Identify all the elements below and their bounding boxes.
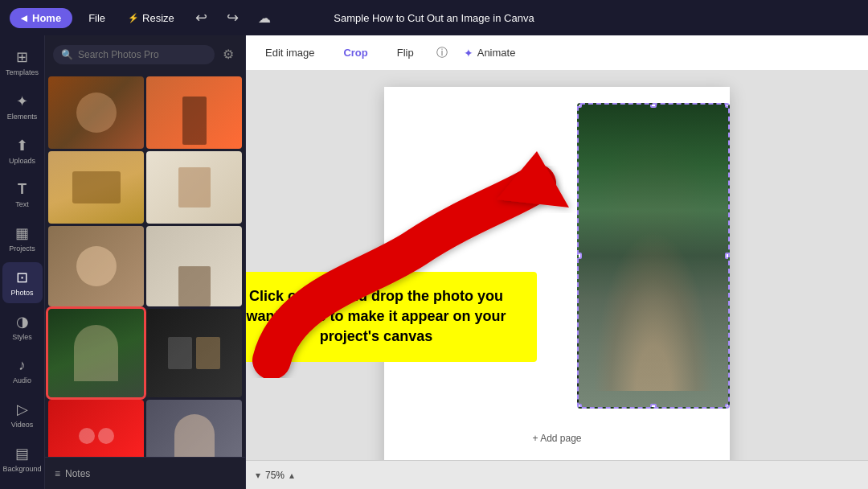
templates-icon: ⊞	[16, 48, 28, 66]
canvas-area: Edit image Crop Flip ⓘ ✦ Animate 🔒 ⋮ ⧉	[246, 35, 868, 489]
edit-image-button[interactable]: Edit image	[259, 43, 321, 62]
top-nav: ◀ Home File ⚡ Resize ↩ ↪ ☁ Sample How to…	[0, 0, 868, 35]
elements-icon: ✦	[16, 92, 28, 110]
photo-thumb-3[interactable]	[48, 151, 144, 224]
resize-handle-bl[interactable]	[577, 404, 582, 409]
photo-thumb-1[interactable]	[48, 76, 144, 149]
text-label: Text	[15, 200, 29, 208]
search-icon: 🔍	[61, 49, 73, 60]
info-button[interactable]: ⓘ	[436, 46, 448, 60]
search-input[interactable]	[78, 49, 207, 60]
resize-handle-tl[interactable]	[577, 103, 582, 108]
photo-thumb-9[interactable]	[146, 400, 242, 457]
filter-button[interactable]: ⚙	[219, 43, 237, 65]
canvas-content: ⧉ 🗑 •••	[246, 71, 868, 489]
text-icon: T	[18, 181, 27, 198]
videos-label: Videos	[11, 421, 33, 429]
sidebar-item-audio[interactable]: ♪ Audio	[2, 351, 43, 391]
animate-label: Animate	[477, 47, 516, 59]
photo-thumb-7[interactable]	[146, 309, 242, 397]
sidebar-item-text[interactable]: T Text	[2, 175, 43, 215]
uploads-label: Uploads	[9, 157, 35, 165]
resize-handle-rm[interactable]	[725, 253, 730, 259]
sidebar-item-background[interactable]: ▤ Background	[2, 438, 43, 479]
notes-icon: ≡	[55, 468, 60, 479]
notes-button[interactable]: ≡ Notes	[55, 468, 90, 479]
redo-button[interactable]: ↪	[222, 6, 244, 30]
photos-label: Photos	[10, 289, 33, 297]
photo-thumb-2[interactable]	[146, 76, 242, 149]
zoom-out-button[interactable]: ▾	[256, 470, 260, 481]
zoom-in-button[interactable]: ▴	[289, 470, 294, 481]
resize-handle-tm[interactable]	[650, 103, 657, 108]
home-arrow-icon: ◀	[21, 14, 27, 23]
panel-bottom: ≡ Notes	[45, 457, 245, 489]
resize-label: Resize	[142, 12, 174, 24]
styles-icon: ◑	[16, 313, 29, 331]
styles-label: Styles	[12, 333, 32, 341]
resize-button[interactable]: ⚡ Resize	[121, 8, 181, 28]
bottom-bar: ▾ 75% ▴	[246, 460, 868, 489]
projects-icon: ▦	[15, 224, 29, 242]
crop-button[interactable]: Crop	[337, 43, 374, 62]
templates-label: Templates	[6, 68, 39, 76]
photo-thumb-selected[interactable]	[48, 309, 144, 397]
annotation-yellow-box: Click or drag and drop the photo you wan…	[246, 272, 537, 362]
zoom-controls: ▾ 75% ▴	[256, 470, 294, 481]
canvas-page: ⧉ 🗑 •••	[384, 87, 730, 473]
canvas-toolbar: Edit image Crop Flip ⓘ ✦ Animate	[246, 35, 868, 71]
add-page-button[interactable]: + Add page	[519, 428, 594, 449]
svg-marker-0	[497, 151, 569, 208]
sidebar-item-uploads[interactable]: ⬆ Uploads	[2, 130, 43, 171]
lightning-icon: ⚡	[128, 13, 139, 23]
selected-image[interactable]: ⧉ 🗑 •••	[577, 103, 730, 409]
sidebar-item-videos[interactable]: ▷ Videos	[2, 394, 43, 435]
undo-button[interactable]: ↩	[190, 6, 212, 30]
audio-label: Audio	[13, 376, 31, 384]
resize-handle-bm[interactable]	[650, 404, 657, 409]
sidebar-item-elements[interactable]: ✦ Elements	[2, 86, 43, 127]
photos-icon: ⊡	[16, 269, 28, 286]
resize-handle-tr[interactable]	[725, 103, 730, 108]
sidebar-item-qrcode[interactable]: ⠿ QR Code	[2, 483, 43, 489]
zoom-level: 75%	[265, 470, 285, 481]
sidebar-item-projects[interactable]: ▦ Projects	[2, 218, 43, 259]
file-label: File	[88, 12, 105, 24]
audio-icon: ♪	[18, 357, 26, 374]
animate-icon: ✦	[464, 47, 473, 60]
file-button[interactable]: File	[82, 8, 112, 28]
image-content	[579, 105, 728, 407]
resize-handle-lm[interactable]	[577, 253, 582, 259]
home-button[interactable]: ◀ Home	[10, 8, 72, 28]
notes-label: Notes	[65, 468, 90, 479]
search-input-wrap: 🔍	[53, 45, 215, 64]
background-label: Background	[2, 465, 41, 473]
cloud-save-button[interactable]: ☁	[253, 7, 276, 29]
videos-icon: ▷	[17, 401, 28, 418]
photos-grid	[45, 73, 245, 457]
sidebar-item-photos[interactable]: ⊡ Photos	[2, 262, 43, 303]
search-bar: 🔍 ⚙	[45, 35, 245, 73]
projects-label: Projects	[9, 244, 35, 253]
background-icon: ▤	[15, 445, 29, 462]
sidebar-item-templates[interactable]: ⊞ Templates	[2, 42, 43, 83]
photo-thumb-4[interactable]	[146, 151, 242, 224]
resize-handle-br[interactable]	[725, 404, 730, 409]
photo-thumb-5[interactable]	[48, 226, 144, 306]
home-label: Home	[32, 12, 61, 24]
sidebar: ⊞ Templates ✦ Elements ⬆ Uploads T Text …	[0, 35, 45, 489]
annotation-text: Click or drag and drop the photo you wan…	[246, 288, 506, 344]
uploads-icon: ⬆	[16, 137, 28, 154]
animate-button[interactable]: ✦ Animate	[464, 47, 516, 60]
page-title: Sample How to Cut Out an Image in Canva	[334, 12, 534, 24]
elements-label: Elements	[7, 113, 38, 121]
photos-panel: 🔍 ⚙	[45, 35, 246, 489]
photo-thumb-6[interactable]	[146, 226, 242, 306]
photo-thumb-8[interactable]	[48, 400, 144, 457]
sidebar-item-styles[interactable]: ◑ Styles	[2, 306, 43, 347]
flip-button[interactable]: Flip	[391, 43, 420, 62]
